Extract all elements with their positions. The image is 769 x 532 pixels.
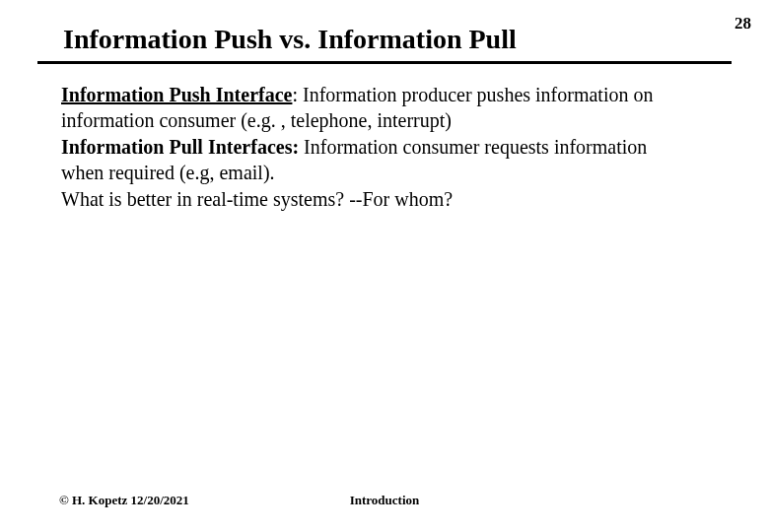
title-divider [37,61,732,64]
slide-title: Information Push vs. Information Pull [0,0,769,65]
push-interface-label: Information Push Interface [61,84,292,105]
paragraph-2: Information Pull Interfaces: Information… [61,135,690,185]
footer-section-title: Introduction [59,493,710,508]
paragraph-3: What is better in real-time systems? --F… [61,187,690,213]
pull-interface-label: Information Pull Interfaces: [61,136,299,158]
paragraph-1: Information Push Interface: Information … [61,83,690,133]
page-number: 28 [734,14,751,33]
slide: 28 Information Push vs. Information Pull… [0,0,769,532]
body-content: Information Push Interface: Information … [61,83,690,215]
